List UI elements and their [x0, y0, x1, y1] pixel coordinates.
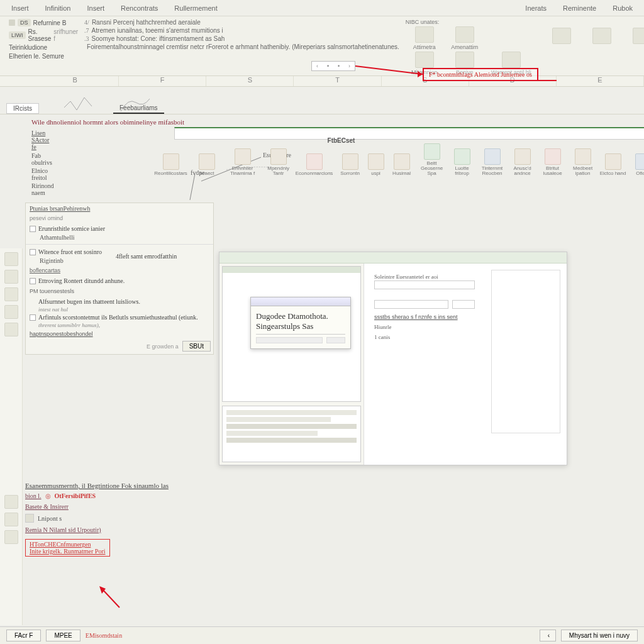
side-tool-icon[interactable]	[4, 305, 18, 319]
formula-bar[interactable]	[174, 127, 644, 140]
sheet-tab[interactable]: IRcists	[6, 103, 39, 114]
menu-item[interactable]: Infinition	[45, 4, 71, 12]
dialog-subtitle: Singearstulps Sas	[256, 321, 345, 331]
col-header[interactable]: E	[557, 76, 644, 86]
preview-thumbnail[interactable]	[222, 406, 361, 462]
vertical-toolbar	[0, 248, 23, 625]
side-tool-icon[interactable]	[4, 252, 18, 266]
ribbon-icon[interactable]	[502, 52, 521, 68]
side-tool-icon[interactable]	[4, 513, 18, 526]
form-input[interactable]	[374, 300, 448, 309]
ribbon2-icon[interactable]	[575, 148, 591, 165]
ribbon2-icon[interactable]	[605, 153, 621, 170]
preview-titlebar[interactable]	[219, 252, 567, 264]
ribbon2-icon[interactable]	[199, 153, 215, 170]
ribbon2-icon[interactable]	[270, 148, 287, 165]
menu-item-right[interactable]: Reminente	[563, 4, 596, 12]
panel-section-label: PM touensestesls	[26, 287, 213, 296]
form-input[interactable]	[374, 280, 475, 289]
side-tool-icon[interactable]	[4, 323, 18, 336]
preview-thumbnail[interactable]: Dugodee Dtamothota. Singearstulps Sas	[222, 266, 361, 402]
side-tool-icon[interactable]	[4, 287, 18, 301]
step-label[interactable]: Lnipont s	[38, 515, 62, 522]
status-nav-button[interactable]: ‹	[540, 630, 556, 641]
ribbon2-icon[interactable]	[163, 153, 179, 170]
ribbon-line: Foirementalhounstminnagel cremtisr netcr…	[87, 43, 399, 50]
ribbon2-icon[interactable]	[342, 153, 358, 170]
secondary-ribbon: FtbECset Reontilicostars aeaect Erihnhii…	[149, 140, 644, 180]
ribbon2-icon[interactable]	[394, 153, 410, 170]
status-button[interactable]: FAcr F	[6, 630, 41, 641]
steps-section: Esanemmusmernth, il Begtintione Fok sina…	[25, 480, 631, 557]
side-tool-icon[interactable]	[4, 270, 18, 284]
ribbon-icon[interactable]	[415, 52, 434, 68]
checkbox[interactable]	[30, 314, 36, 321]
menu-item-right[interactable]: Rubok	[613, 4, 633, 12]
side-list-header: Lisen SActor fe	[31, 130, 54, 150]
ribbon2-icon[interactable]	[545, 148, 561, 165]
ribbon2-icon[interactable]	[306, 153, 323, 170]
highlighted-box: HTonCHECnfmunergen Inite krigelk. Runmat…	[25, 539, 110, 557]
ribbon-icon[interactable]	[415, 26, 434, 43]
form-section: ssstbs sherao s f nznfe s ins sent	[374, 314, 475, 320]
ribbon-left-item[interactable]: Rs. Srasese	[28, 28, 52, 42]
col-header[interactable]: S	[206, 76, 294, 86]
annotation-callout: F* bcontmithlags Alemiond Juniernee os	[423, 68, 538, 81]
side-tool-icon[interactable]	[4, 495, 18, 509]
panel-title: Ptunias brsanPehirenwh	[26, 203, 213, 214]
ribbon2-icon[interactable]	[454, 148, 470, 165]
panel-link[interactable]: haptnsponestobeshondel	[26, 330, 213, 338]
ribbon-icon[interactable]	[455, 26, 474, 43]
preview-window: Dugodee Dtamothota. Singearstulps Sas	[219, 252, 567, 465]
form-label: 1 canis	[374, 334, 475, 340]
panel-section-label: boflencartas	[26, 266, 213, 275]
status-info[interactable]: Mhysart hi wen i nuvy	[561, 630, 638, 641]
side-tool-icon[interactable]	[4, 530, 18, 544]
ribbon2-icon[interactable]	[484, 148, 501, 165]
col-header[interactable]: B	[31, 76, 119, 86]
sheet-tab-active[interactable]: Feebaurliams	[113, 103, 164, 114]
menu-item[interactable]: Insert	[11, 4, 29, 12]
ribbon-left-item[interactable]: Teirinkludione	[9, 44, 47, 51]
zoom-control[interactable]: ‹••›	[311, 61, 355, 71]
side-list-item[interactable]: Fab obulrivs	[31, 152, 54, 166]
step-label[interactable]: Remia N Nilaml sid Urpoutir)	[25, 526, 101, 533]
checkbox[interactable]	[30, 249, 36, 255]
ribbon-line: Ransni Percenj hathchremhed aeraiale	[92, 19, 201, 26]
panel-apply-button[interactable]: SBUt	[182, 341, 211, 352]
svg-marker-8	[99, 586, 106, 594]
ribbon-left-list: DSRefurnine B LIWIRs. Srasesesrifhuner f…	[9, 19, 78, 75]
step-icon	[25, 514, 34, 523]
menubar: Insert Infinition Insert Rencontrats Rul…	[0, 0, 644, 16]
menu-item[interactable]: Insert	[87, 4, 105, 12]
options-panel: Ptunias brsanPehirenwh pesevi omind Erun…	[25, 203, 214, 355]
ribbon2-icon[interactable]	[514, 148, 531, 165]
form-input[interactable]	[452, 300, 475, 309]
col-header[interactable]: F	[119, 76, 206, 86]
checkbox[interactable]	[30, 278, 36, 284]
menu-item[interactable]: Rencontrats	[121, 4, 158, 12]
step-label[interactable]: Basete & Insirerr	[25, 503, 69, 510]
side-list-item[interactable]: Ririnond naem	[31, 182, 54, 196]
ribbon-left-item[interactable]: Elherien le. Semure	[9, 53, 64, 60]
status-button[interactable]: MPEE	[46, 630, 80, 641]
ribbon2-icon[interactable]	[424, 143, 440, 160]
option-sublabel: Athamtulhelli	[40, 233, 209, 242]
menu-item-right[interactable]: Inerats	[525, 4, 547, 12]
ribbon2-icon[interactable]	[368, 153, 384, 170]
menu-item[interactable]: Rullermement	[174, 4, 217, 12]
ribbon2-icon[interactable]	[635, 153, 644, 170]
ribbon-icon[interactable]	[592, 28, 611, 44]
col-header[interactable]: T	[294, 76, 381, 86]
preview-page-icon	[491, 270, 560, 433]
checkbox[interactable]	[30, 226, 36, 232]
doc-icon	[9, 19, 15, 26]
ribbon2-icon[interactable]	[235, 148, 251, 165]
ribbon-left-item[interactable]: Refurnine B	[33, 19, 67, 26]
step-label[interactable]: OtFersibiPifES	[55, 492, 96, 499]
ribbon-icon[interactable]	[455, 52, 474, 68]
column-headers: B F S T S D E	[0, 75, 644, 87]
ribbon-icon[interactable]	[633, 28, 644, 44]
side-list-item[interactable]: Elnico freitol	[31, 167, 54, 181]
ribbon-icon[interactable]	[552, 28, 571, 44]
